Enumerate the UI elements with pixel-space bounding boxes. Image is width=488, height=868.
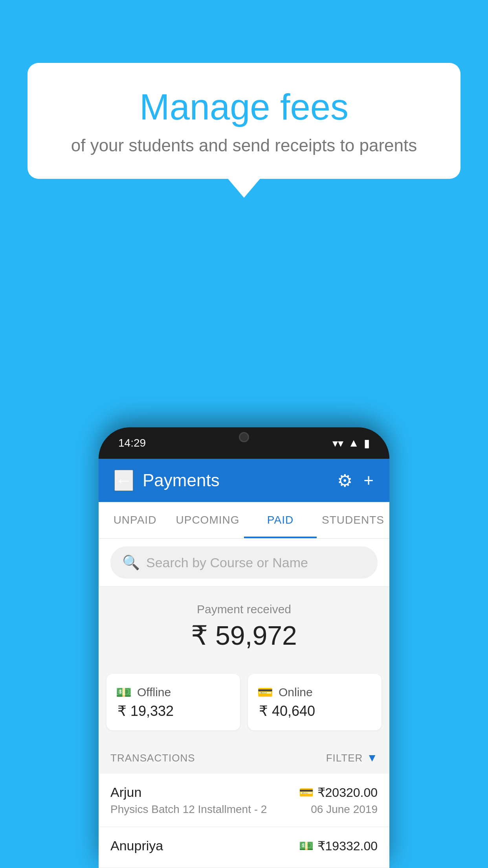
speech-bubble-container: Manage fees of your students and send re… [28,63,460,179]
bubble-subtitle: of your students and send receipts to pa… [55,136,433,155]
settings-button[interactable]: ⚙ [337,471,352,491]
transactions-header: TRANSACTIONS FILTER ▼ [99,742,389,774]
phone-frame: 14:29 ▾▾ ▲ ▮ ← Payments ⚙ + UNPAID UPCOM… [99,427,389,868]
offline-card-header: 💵 Offline [116,685,171,700]
transaction-top-anupriya: Anupriya 💵 ₹19332.00 [110,838,378,853]
add-button[interactable]: + [363,471,374,490]
online-card: 💳 Online ₹ 40,640 [248,674,382,730]
tab-unpaid[interactable]: UNPAID [99,502,171,538]
wifi-icon: ▾▾ [332,437,343,450]
status-time: 14:29 [118,437,146,449]
speech-bubble: Manage fees of your students and send re… [28,63,460,179]
filter-icon: ▼ [367,752,378,764]
payment-cards: 💵 Offline ₹ 19,332 💳 Online ₹ 40,640 [99,674,389,742]
phone-notch [220,427,268,443]
battery-icon: ▮ [364,437,370,450]
signal-icon: ▲ [348,437,359,449]
transaction-bottom-arjun: Physics Batch 12 Installment - 2 06 June… [110,803,378,816]
payment-received-label: Payment received [110,603,378,616]
tab-paid[interactable]: PAID [244,502,317,538]
header-right: ⚙ + [337,471,374,491]
search-bar[interactable]: 🔍 Search by Course or Name [110,546,378,579]
offline-label: Offline [137,686,171,699]
transaction-amount-anupriya: ₹19332.00 [317,839,378,853]
online-label: Online [279,686,313,699]
transaction-amount-row-arjun: 💳 ₹20320.00 [299,785,378,800]
transaction-cash-icon-anupriya: 💵 [299,839,314,853]
online-amount: ₹ 40,640 [259,703,315,719]
page-title: Payments [143,471,220,490]
bubble-title: Manage fees [55,86,433,128]
offline-card: 💵 Offline ₹ 19,332 [106,674,240,730]
phone-camera [239,432,249,442]
transaction-row[interactable]: Arjun 💳 ₹20320.00 Physics Batch 12 Insta… [99,774,389,827]
search-placeholder: Search by Course or Name [146,555,308,570]
search-container: 🔍 Search by Course or Name [99,539,389,587]
app-header: ← Payments ⚙ + [99,459,389,502]
tabs-container: UNPAID UPCOMING PAID STUDENTS [99,502,389,539]
offline-icon: 💵 [116,685,132,700]
transaction-amount-row-anupriya: 💵 ₹19332.00 [299,839,378,853]
back-button[interactable]: ← [114,470,133,491]
transaction-amount-arjun: ₹20320.00 [317,785,378,800]
phone-top-bar: 14:29 ▾▾ ▲ ▮ [99,427,389,459]
transaction-name-arjun: Arjun [110,785,141,800]
transactions-label: TRANSACTIONS [110,752,195,764]
online-card-header: 💳 Online [257,685,313,700]
status-icons: ▾▾ ▲ ▮ [332,437,370,450]
transaction-card-icon-arjun: 💳 [299,785,314,799]
filter-row[interactable]: FILTER ▼ [326,752,378,764]
payment-total-amount: ₹ 59,972 [110,620,378,651]
transaction-detail-arjun: Physics Batch 12 Installment - 2 [110,803,267,816]
transaction-date-arjun: 06 June 2019 [311,803,378,816]
transaction-top-arjun: Arjun 💳 ₹20320.00 [110,785,378,800]
filter-label: FILTER [326,752,363,764]
tab-students[interactable]: STUDENTS [317,502,389,538]
header-left: ← Payments [114,470,220,491]
transaction-name-anupriya: Anupriya [110,838,163,853]
transaction-row-anupriya[interactable]: Anupriya 💵 ₹19332.00 [99,827,389,868]
search-icon: 🔍 [122,554,140,571]
payment-summary: Payment received ₹ 59,972 [99,587,389,674]
tab-upcoming[interactable]: UPCOMING [171,502,244,538]
offline-amount: ₹ 19,332 [117,703,174,719]
online-icon: 💳 [257,685,273,700]
app-screen: ← Payments ⚙ + UNPAID UPCOMING PAID STUD… [99,459,389,868]
